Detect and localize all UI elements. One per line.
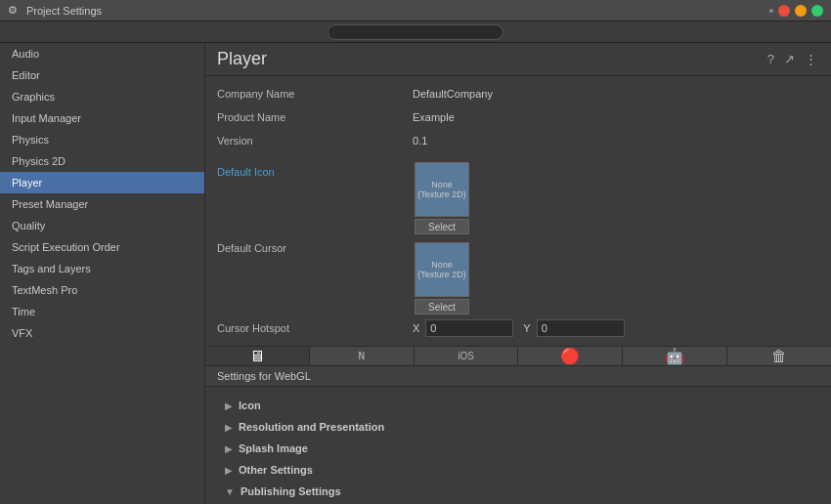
section-splash[interactable]: ▶ Splash Image [205,438,831,459]
hotspot-x-input[interactable] [425,319,513,337]
sidebar-item-player[interactable]: Player [0,172,204,193]
close-button[interactable] [778,5,790,17]
icon-section: Default Icon None (Texture 2D) Select [205,162,831,242]
help-icon[interactable]: ? [765,50,776,68]
section-resolution[interactable]: ▶ Resolution and Presentation [205,416,831,438]
product-name-value: Example [413,111,455,123]
minimize-button[interactable] [795,5,807,17]
icon-label-area: Default Icon [217,162,413,186]
default-icon-link[interactable]: Default Icon [217,166,413,178]
section-other[interactable]: ▶ Other Settings [205,459,831,481]
default-cursor-label: Default Cursor [217,242,286,254]
title-bar: ⚙ Project Settings [0,0,831,21]
tab-android[interactable]: 🔴 [518,347,623,365]
splash-arrow: ▶ [225,443,233,454]
sidebar-item-physics-2d[interactable]: Physics 2D [0,150,204,172]
tab-pc[interactable]: N [310,347,415,365]
cursor-section: Default Cursor None (Texture 2D) Select [205,242,831,322]
hotspot-inputs: X Y [413,319,625,337]
content-area: Player ? ↗ ⋮ Company Name DefaultCompany… [205,43,831,504]
product-name-row: Product Name Example [217,107,819,127]
sidebar-item-quality[interactable]: Quality [0,215,204,236]
external-link-icon[interactable]: ↗ [782,50,797,68]
version-value: 0.1 [413,135,427,147]
sidebar: AudioEditorGraphicsInput ManagerPhysicsP… [0,43,205,504]
sidebar-item-vfx[interactable]: VFX [0,322,204,344]
publishing-arrow: ▼ [225,486,235,497]
tab-android2[interactable]: 🤖 [623,347,727,365]
window-controls [769,5,823,17]
company-name-value: DefaultCompany [413,88,493,100]
cursor-hotspot-label: Cursor Hotspot [217,322,413,334]
pc-icon: N [358,350,365,362]
search-input[interactable] [328,24,503,40]
cursor-hotspot-row: Cursor Hotspot X Y [205,322,831,342]
search-bar [0,21,831,43]
section-publishing[interactable]: ▼ Publishing Settings [205,481,831,502]
other-section-title: Other Settings [239,464,313,476]
content-header: Player ? ↗ ⋮ [205,43,831,76]
form-section: Company Name DefaultCompany Product Name… [205,76,831,162]
platform-tabs: 🖥 N iOS 🔴 🤖 🗑 [205,346,831,366]
cursor-label-area: Default Cursor [217,242,413,254]
sidebar-item-preset-manager[interactable]: Preset Manager [0,193,204,215]
splash-section-title: Splash Image [239,442,308,454]
resolution-section-title: Resolution and Presentation [239,421,384,433]
android-icon: 🔴 [560,347,580,365]
product-name-label: Product Name [217,111,413,123]
company-name-label: Company Name [217,88,413,100]
sidebar-item-audio[interactable]: Audio [0,43,204,64]
version-label: Version [217,135,413,147]
tab-ios[interactable]: iOS [415,347,519,365]
webgl-icon: 🖥 [249,348,265,365]
section-icon[interactable]: ▶ Icon [205,395,831,416]
sidebar-item-script-execution-order[interactable]: Script Execution Order [0,236,204,258]
sidebar-item-textmesh-pro[interactable]: TextMesh Pro [0,279,204,301]
icon-section-title: Icon [239,399,261,411]
company-name-row: Company Name DefaultCompany [217,84,819,104]
sidebar-item-input-manager[interactable]: Input Manager [0,107,204,129]
icon-preview-box: None (Texture 2D) Select [413,162,471,234]
menu-icon[interactable]: ⋮ [803,50,819,68]
cursor-select-button[interactable]: Select [415,299,469,315]
icon-arrow: ▶ [225,400,233,411]
tab-remove[interactable]: 🗑 [727,347,831,365]
sidebar-item-editor[interactable]: Editor [0,64,204,86]
icon-select-button[interactable]: Select [415,219,469,234]
settings-for-label: Settings for WebGL [205,366,831,387]
header-icons: ? ↗ ⋮ [765,50,819,68]
android2-icon: 🤖 [665,347,684,365]
title-bar-text: Project Settings [26,5,102,17]
main-layout: AudioEditorGraphicsInput ManagerPhysicsP… [0,43,831,504]
sidebar-item-graphics[interactable]: Graphics [0,86,204,107]
x-label: X [413,322,419,334]
settings-icon: ⚙ [8,4,22,18]
y-label: Y [523,322,530,334]
sidebar-item-tags-and-layers[interactable]: Tags and Layers [0,258,204,279]
resolution-arrow: ▶ [225,422,233,433]
other-arrow: ▶ [225,465,233,476]
publishing-section-title: Publishing Settings [241,485,341,497]
ios-icon: iOS [458,351,474,361]
page-title: Player [217,49,267,69]
sidebar-item-physics[interactable]: Physics [0,129,204,150]
tab-webgl[interactable]: 🖥 [205,347,310,365]
version-row: Version 0.1 [217,131,819,150]
cursor-preview-box: None (Texture 2D) Select [413,242,471,315]
window-dot [769,9,773,13]
hotspot-y-input[interactable] [537,319,625,337]
sidebar-item-time[interactable]: Time [0,301,204,322]
settings-panel: ▶ Icon ▶ Resolution and Presentation ▶ S… [205,387,831,504]
cursor-preview-image: None (Texture 2D) [415,242,469,297]
remove-icon: 🗑 [771,348,787,365]
icon-preview-image: None (Texture 2D) [415,162,469,217]
maximize-button[interactable] [811,5,823,17]
